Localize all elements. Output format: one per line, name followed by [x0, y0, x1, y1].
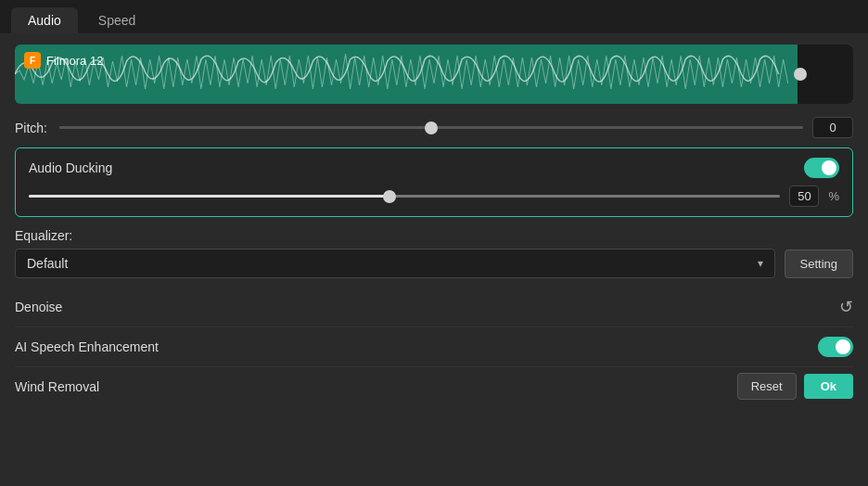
- ducking-percent: %: [828, 189, 839, 203]
- main-container: Audio Speed // Can't run script here, we…: [0, 0, 868, 486]
- ducking-slider-track: [29, 195, 780, 198]
- tab-audio[interactable]: Audio: [11, 7, 78, 33]
- ai-speech-enhancement-row: AI Speech Enhancement: [15, 327, 853, 367]
- equalizer-dropdown[interactable]: Default ▾: [15, 249, 775, 278]
- bottom-row: Wind Removal Reset Ok: [15, 367, 853, 400]
- pitch-value[interactable]: 0: [812, 117, 853, 138]
- waveform-label: F Filmora 12: [24, 52, 103, 69]
- filmora-icon: F: [24, 52, 41, 69]
- ducking-slider-thumb[interactable]: [383, 190, 396, 203]
- tab-bar: Audio Speed: [0, 0, 868, 33]
- audio-ducking-toggle[interactable]: [804, 158, 839, 178]
- waveform-display: // Can't run script here, we'll use a st…: [15, 45, 853, 104]
- pitch-slider-thumb[interactable]: [425, 122, 438, 134]
- equalizer-selected-value: Default: [27, 256, 68, 271]
- audio-ducking-toggle-knob: [822, 160, 836, 175]
- chevron-down-icon: ▾: [758, 257, 763, 270]
- audio-ducking-box: Audio Ducking 50 %: [15, 147, 853, 217]
- ducking-value[interactable]: 50: [789, 185, 819, 207]
- pitch-row: Pitch: 0: [15, 117, 853, 138]
- wind-removal-label: Wind Removal: [15, 379, 99, 394]
- pitch-label: Pitch:: [15, 121, 59, 135]
- bottom-right-actions: Reset Ok: [737, 373, 853, 400]
- pitch-slider-track: [59, 126, 803, 129]
- waveform-position-knob[interactable]: [794, 68, 807, 81]
- equalizer-row: Equalizer: Default ▾ Setting: [15, 228, 853, 278]
- equalizer-select-row: Default ▾ Setting: [15, 249, 853, 278]
- ai-speech-toggle[interactable]: [818, 337, 853, 357]
- content-area: // Can't run script here, we'll use a st…: [0, 33, 868, 486]
- pitch-slider-area: [59, 119, 803, 137]
- ducking-header: Audio Ducking: [29, 158, 839, 178]
- waveform-svg: // Can't run script here, we'll use a st…: [15, 45, 853, 104]
- ducking-slider-row: 50 %: [29, 185, 839, 207]
- denoise-reset-icon[interactable]: ↺: [839, 297, 853, 317]
- denoise-label: Denoise: [15, 300, 62, 314]
- reset-button[interactable]: Reset: [737, 373, 797, 400]
- equalizer-setting-button[interactable]: Setting: [785, 249, 853, 278]
- tab-speed[interactable]: Speed: [82, 7, 152, 33]
- ducking-slider-fill: [29, 195, 389, 198]
- equalizer-label: Equalizer:: [15, 228, 853, 243]
- ok-button[interactable]: Ok: [804, 374, 853, 399]
- waveform-title: Filmora 12: [46, 54, 103, 68]
- denoise-row: Denoise ↺: [15, 288, 853, 327]
- ai-speech-label: AI Speech Enhancement: [15, 339, 159, 354]
- ducking-label: Audio Ducking: [29, 160, 112, 175]
- ai-speech-toggle-knob: [836, 339, 850, 354]
